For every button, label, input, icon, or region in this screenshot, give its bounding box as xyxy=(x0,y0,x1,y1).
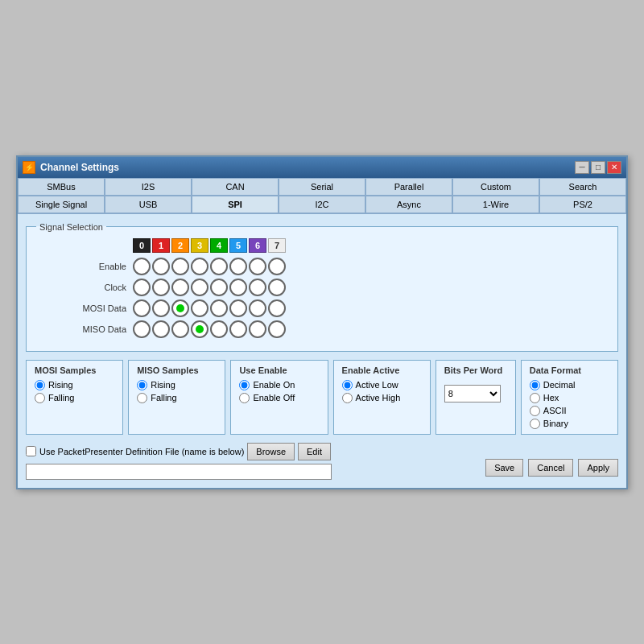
miso-ch2[interactable] xyxy=(171,320,189,338)
tab-custom[interactable]: Custom xyxy=(452,178,539,195)
binary-radio[interactable] xyxy=(530,419,540,429)
data-format-options: Decimal Hex ASCII Binary xyxy=(530,380,609,429)
decimal-radio[interactable] xyxy=(530,380,540,390)
data-format-panel: Data Format Decimal Hex ASCII xyxy=(521,360,618,435)
tab-serial[interactable]: Serial xyxy=(279,178,365,195)
clock-ch7[interactable] xyxy=(268,279,286,296)
active-high-radio[interactable] xyxy=(342,393,353,403)
mosi-falling-option[interactable]: Falling xyxy=(35,393,114,403)
clock-ch5[interactable] xyxy=(229,279,247,296)
miso-falling-option[interactable]: Falling xyxy=(137,393,217,403)
file-path-input[interactable] xyxy=(26,464,332,480)
clock-circles[interactable] xyxy=(133,279,286,296)
ch-3: 3 xyxy=(191,238,208,253)
miso-ch3[interactable] xyxy=(191,320,208,338)
restore-button[interactable]: □ xyxy=(591,161,605,174)
ch-7: 7 xyxy=(268,238,286,253)
miso-rising-radio[interactable] xyxy=(137,380,147,390)
miso-circles[interactable] xyxy=(133,320,286,338)
clock-ch1[interactable] xyxy=(152,279,170,296)
bits-per-word-select[interactable]: 4 5 6 7 8 9 10 16 xyxy=(444,385,501,402)
close-button[interactable]: ✕ xyxy=(607,161,621,174)
tab-single-signal[interactable]: Single Signal xyxy=(18,196,105,213)
miso-ch5[interactable] xyxy=(229,320,247,338)
enable-circles[interactable] xyxy=(133,258,286,275)
bits-per-word-panel: Bits Per Word 4 5 6 7 8 9 10 16 xyxy=(436,360,516,435)
clock-ch4[interactable] xyxy=(210,279,228,296)
browse-button[interactable]: Browse xyxy=(247,443,295,460)
enable-off-radio[interactable] xyxy=(239,393,250,403)
enable-off-option[interactable]: Enable Off xyxy=(239,393,319,403)
mosi-ch1[interactable] xyxy=(152,299,170,317)
miso-ch0[interactable] xyxy=(133,320,151,338)
miso-ch1[interactable] xyxy=(152,320,170,338)
active-low-option[interactable]: Active Low xyxy=(342,380,422,390)
miso-ch4[interactable] xyxy=(210,320,228,338)
miso-rising-option[interactable]: Rising xyxy=(137,380,217,390)
ch-4: 4 xyxy=(210,238,228,253)
mosi-rising-label: Rising xyxy=(48,380,73,390)
packet-presenter-checkbox[interactable] xyxy=(26,446,36,456)
use-enable-panel: Use Enable Enable On Enable Off xyxy=(230,360,328,435)
ascii-option[interactable]: ASCII xyxy=(530,406,609,416)
decimal-option[interactable]: Decimal xyxy=(530,380,609,390)
enable-ch0[interactable] xyxy=(133,258,151,275)
ascii-radio[interactable] xyxy=(530,406,540,416)
tab-spi[interactable]: SPI xyxy=(192,196,279,213)
cancel-button[interactable]: Cancel xyxy=(528,459,573,477)
tab-usb[interactable]: USB xyxy=(105,196,192,213)
use-enable-options: Enable On Enable Off xyxy=(239,380,319,403)
enable-ch5[interactable] xyxy=(229,258,247,275)
footer-right: Save Cancel Apply xyxy=(485,443,618,477)
clock-row: Clock xyxy=(36,279,608,296)
tab-search[interactable]: Search xyxy=(539,178,626,195)
tab-1wire[interactable]: 1-Wire xyxy=(452,196,539,213)
tab-i2s[interactable]: I2S xyxy=(105,178,192,195)
enable-ch6[interactable] xyxy=(249,258,266,275)
enable-ch3[interactable] xyxy=(191,258,208,275)
tab-smbus[interactable]: SMBus xyxy=(18,178,105,195)
minimize-button[interactable]: ─ xyxy=(575,161,589,174)
mosi-ch5[interactable] xyxy=(229,299,247,317)
binary-option[interactable]: Binary xyxy=(530,419,609,429)
miso-ch7[interactable] xyxy=(268,320,286,338)
ascii-label: ASCII xyxy=(543,406,567,415)
hex-option[interactable]: Hex xyxy=(530,393,609,403)
enable-ch2[interactable] xyxy=(171,258,189,275)
save-button[interactable]: Save xyxy=(485,459,523,477)
mosi-rising-option[interactable]: Rising xyxy=(35,380,114,390)
clock-ch2[interactable] xyxy=(171,279,189,296)
mosi-ch4[interactable] xyxy=(210,299,228,317)
enable-ch4[interactable] xyxy=(210,258,228,275)
mosi-ch0[interactable] xyxy=(133,299,151,317)
enable-ch1[interactable] xyxy=(152,258,170,275)
mosi-ch3[interactable] xyxy=(191,299,208,317)
tab-parallel[interactable]: Parallel xyxy=(365,178,452,195)
tab-i2c[interactable]: I2C xyxy=(279,196,365,213)
enable-on-option[interactable]: Enable On xyxy=(239,380,319,390)
enable-on-label: Enable On xyxy=(253,380,295,390)
tab-async[interactable]: Async xyxy=(365,196,452,213)
clock-ch3[interactable] xyxy=(191,279,208,296)
mosi-rising-radio[interactable] xyxy=(35,380,45,390)
clock-ch6[interactable] xyxy=(249,279,266,296)
enable-ch7[interactable] xyxy=(268,258,286,275)
enable-on-radio[interactable] xyxy=(239,380,250,390)
hex-radio[interactable] xyxy=(530,393,540,403)
mosi-ch7[interactable] xyxy=(268,299,286,317)
mosi-ch2[interactable] xyxy=(171,299,189,317)
mosi-falling-radio[interactable] xyxy=(35,393,45,403)
apply-button[interactable]: Apply xyxy=(578,459,618,477)
active-high-option[interactable]: Active High xyxy=(342,393,422,403)
active-low-radio[interactable] xyxy=(342,380,353,390)
clock-ch0[interactable] xyxy=(133,279,151,296)
mosi-circles[interactable] xyxy=(133,299,286,317)
miso-ch6[interactable] xyxy=(249,320,266,338)
tab-ps2[interactable]: PS/2 xyxy=(539,196,626,213)
miso-falling-radio[interactable] xyxy=(137,393,147,403)
mosi-ch6[interactable] xyxy=(249,299,266,317)
miso-samples-panel: MISO Samples Rising Falling xyxy=(128,360,225,435)
edit-button[interactable]: Edit xyxy=(298,443,331,460)
ch-2: 2 xyxy=(171,238,189,253)
tab-can[interactable]: CAN xyxy=(192,178,279,195)
